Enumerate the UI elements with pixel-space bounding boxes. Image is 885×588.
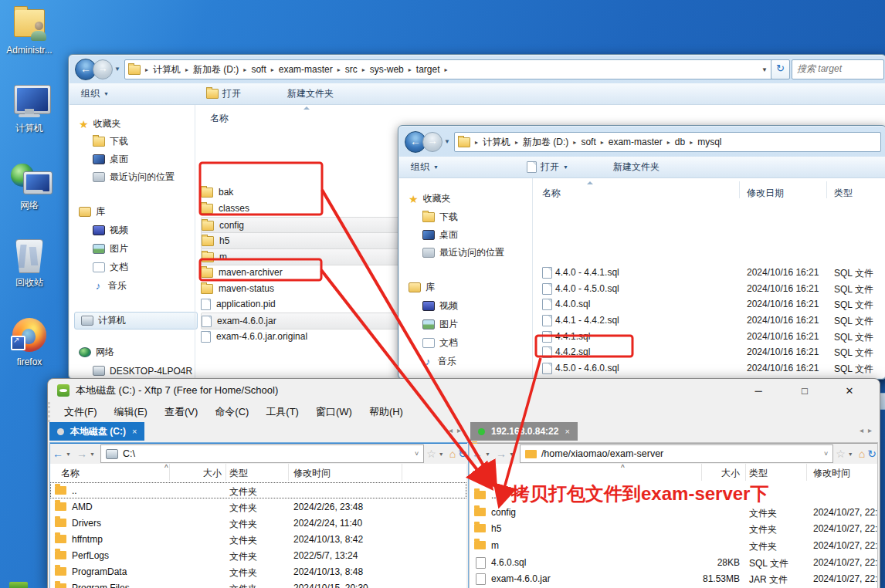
file-row[interactable]: 4.4.1.sql2024/10/16 16:21SQL 文件 <box>534 329 885 344</box>
file-row[interactable]: h5文件夹2024/10/27, 22:0 <box>470 520 877 536</box>
back-icon[interactable]: ← <box>53 448 63 460</box>
tab-close-icon[interactable]: × <box>132 427 137 436</box>
breadcrumb[interactable]: ▸计算机 ▸新加卷 (D:) ▸soft ▸exam-master ▸src ▸… <box>124 59 775 79</box>
file-row[interactable]: 4.6.0.sql28KBSQL 文件2024/10/27, 22:0 <box>470 554 877 570</box>
forward-button[interactable]: → <box>93 59 113 79</box>
breadcrumb-segment[interactable]: src <box>345 64 358 75</box>
local-path-input[interactable]: C:\ ˅ <box>100 444 424 463</box>
tab-local-disk-c[interactable]: 本地磁盘 (C:) × <box>49 422 144 441</box>
column-divider[interactable] <box>402 464 402 481</box>
column-header-name[interactable]: 名称 <box>474 467 493 480</box>
dropdown-icon[interactable]: ˅ <box>415 450 419 458</box>
column-header-size[interactable]: 大小 <box>715 467 740 480</box>
file-row[interactable]: classes <box>201 201 403 216</box>
sidebar-item-pictures[interactable]: 图片 <box>422 316 458 333</box>
column-divider[interactable] <box>745 464 746 481</box>
dropdown-icon[interactable]: ˅ <box>824 450 828 458</box>
sidebar-item-computer[interactable]: 计算机 <box>74 312 198 329</box>
file-row[interactable]: AMD文件夹2024/2/26, 23:48 <box>50 498 466 515</box>
column-divider[interactable] <box>806 464 807 481</box>
file-row[interactable]: 4.4.0.sql2024/10/16 16:21SQL 文件 <box>534 296 885 312</box>
column-divider[interactable] <box>225 464 226 481</box>
column-header-size[interactable]: 大小 <box>197 467 222 480</box>
search-box[interactable] <box>792 59 884 79</box>
caret-icon[interactable]: ▼ <box>439 451 444 457</box>
sidebar-item-desktop[interactable]: 桌面 <box>93 151 128 167</box>
maximize-button[interactable]: □ <box>792 382 818 400</box>
column-header-date[interactable]: 修改日期 <box>747 187 784 200</box>
file-row[interactable]: maven-status <box>201 281 403 296</box>
sidebar-item-recent[interactable]: 最近访问的位置 <box>93 169 175 185</box>
sidebar-item-network[interactable]: 网络 <box>79 344 114 360</box>
file-row[interactable]: Drivers文件夹2024/2/24, 11:40 <box>50 515 466 531</box>
file-row[interactable]: bak <box>201 184 403 200</box>
breadcrumb-segment[interactable]: 新加卷 (D:) <box>523 136 568 149</box>
organize-button[interactable]: 组织▼ <box>74 83 116 104</box>
file-row[interactable]: Program Files文件夹2024/10/15, 20:30 <box>50 580 466 588</box>
menu-view[interactable]: 查看(V) <box>164 405 198 419</box>
column-divider[interactable] <box>288 464 289 481</box>
file-row[interactable]: 4.4.1 - 4.4.2.sql2024/10/16 16:21SQL 文件 <box>534 313 885 328</box>
desktop-icon-computer[interactable]: 计算机 <box>0 82 59 135</box>
refresh-icon[interactable]: ↻ <box>458 448 467 460</box>
sidebar-item-recent[interactable]: 最近访问的位置 <box>422 245 504 261</box>
file-row[interactable]: 4.4.0 - 4.5.0.sql2024/10/16 16:21SQL 文件 <box>534 281 885 296</box>
sidebar-item-documents[interactable]: 文档 <box>93 259 128 275</box>
column-header-date[interactable]: 修改时间 <box>813 467 850 480</box>
file-row[interactable]: ..文件夹 <box>50 482 466 498</box>
home-icon[interactable]: ⌂ <box>859 448 865 460</box>
sidebar-item-favorites[interactable]: ★收藏夹 <box>79 116 121 132</box>
close-button[interactable]: ✕ <box>836 382 863 400</box>
sidebar-item-desktop[interactable]: 桌面 <box>422 227 458 243</box>
open-button[interactable]: 打开 <box>199 83 248 104</box>
favorites-star-icon[interactable]: ☆ <box>426 448 436 460</box>
file-row[interactable]: m <box>201 248 405 265</box>
forward-icon[interactable]: → <box>76 448 87 460</box>
file-row[interactable]: m文件夹2024/10/27, 22:0 <box>470 537 877 553</box>
menu-file[interactable]: 文件(F) <box>64 405 97 419</box>
column-divider[interactable] <box>701 464 702 481</box>
sidebar-item-downloads[interactable]: 下载 <box>422 209 458 225</box>
search-input[interactable] <box>792 60 885 77</box>
menu-help[interactable]: 帮助(H) <box>369 405 403 419</box>
desktop-icon-recycle-bin[interactable]: 回收站 <box>0 236 59 289</box>
breadcrumb-dropdown-icon[interactable]: ▼ <box>758 66 771 73</box>
breadcrumb-segment[interactable]: soft <box>251 64 266 75</box>
refresh-icon[interactable]: ↻ <box>867 448 877 460</box>
file-row[interactable]: application.pid <box>201 296 403 312</box>
tab-scroll-arrows[interactable]: ◂▸ <box>449 426 466 434</box>
caret-icon[interactable]: ▼ <box>848 451 853 457</box>
breadcrumb-segment[interactable]: 计算机 <box>483 136 510 149</box>
home-icon[interactable]: ⌂ <box>449 448 456 460</box>
column-divider[interactable] <box>169 464 170 481</box>
sidebar-item-music[interactable]: ♪音乐 <box>93 278 127 294</box>
column-header-type[interactable]: 类型 <box>229 467 248 480</box>
file-row[interactable]: 4.4.2.sql2024/10/16 16:21SQL 文件 <box>534 344 885 360</box>
nav-history-dropdown[interactable]: ▼ <box>114 66 120 73</box>
file-row[interactable]: exam-4.6.0.jar.original <box>201 329 403 344</box>
tab-scroll-arrows[interactable]: ◂▸ <box>860 426 877 434</box>
sidebar-item-pictures[interactable]: 图片 <box>93 241 128 257</box>
sidebar-item-videos[interactable]: 视频 <box>93 222 128 238</box>
file-row[interactable]: ProgramData文件夹2024/10/13, 8:48 <box>50 563 466 580</box>
caret-icon[interactable]: ▼ <box>509 451 514 457</box>
file-row[interactable]: hffntmp文件夹2024/10/13, 8:42 <box>50 531 466 547</box>
minimize-button[interactable]: ─ <box>745 382 771 400</box>
sidebar-item-favorites[interactable]: ★收藏夹 <box>409 191 451 207</box>
desktop-icon-firefox[interactable]: firefox <box>0 316 59 367</box>
desktop-icon-administrator[interactable]: Administr... <box>0 5 59 56</box>
organize-button[interactable]: 组织▼ <box>404 157 446 177</box>
file-row[interactable]: h5 <box>201 232 405 249</box>
caret-icon[interactable]: ▼ <box>66 451 71 457</box>
sidebar-item-downloads[interactable]: 下载 <box>93 133 128 150</box>
file-row[interactable]: maven-archiver <box>201 265 403 280</box>
file-row[interactable]: config <box>201 217 405 234</box>
file-row[interactable]: config文件夹2024/10/27, 22:0 <box>470 504 877 520</box>
sidebar-item-documents[interactable]: 文档 <box>422 335 458 351</box>
sidebar-item-videos[interactable]: 视频 <box>422 298 458 314</box>
column-header-name[interactable]: 名称 <box>61 467 80 480</box>
open-button[interactable]: 打开▼ <box>520 157 575 177</box>
file-row[interactable]: exam-4.6.0.jar <box>201 313 405 329</box>
column-header-type[interactable]: 类型 <box>749 467 768 480</box>
tab-close-icon[interactable]: × <box>565 427 569 436</box>
